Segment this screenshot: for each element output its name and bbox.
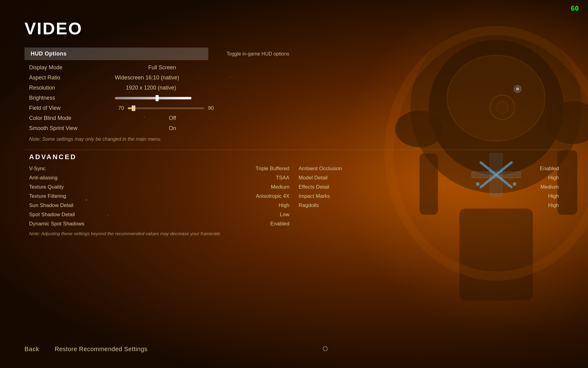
adv-label: Dynamic Spot Shadows [29, 221, 84, 227]
adv-setting-row: Dynamic Spot Shadows Enabled [24, 219, 294, 228]
resolution-row: Resolution 588 x 368 (native) [24, 83, 564, 93]
color-blind-row: Color Blind Mode Off [24, 113, 564, 123]
aspect-ratio-label: Aspect Ratio [29, 75, 115, 81]
note-main-menu: Note: Some settings may only be changed … [24, 133, 564, 145]
adv-setting-row: Texture Filtering Anisotropic 4X [24, 192, 294, 201]
smooth-sprint-value[interactable]: On [115, 125, 176, 132]
display-mode-row: Display Mode Full Screen [24, 63, 564, 73]
brightness-row: Brightness [24, 93, 564, 103]
adv-value[interactable]: Enabled [540, 166, 559, 172]
fov-max: 90 [208, 105, 217, 111]
fov-row: Field of View 70 90 [24, 103, 564, 113]
adv-value[interactable]: High [548, 193, 559, 199]
adv-setting-row: Impact Marks High [294, 192, 564, 201]
adv-label: Anti-aliasing [29, 175, 58, 181]
fov-label: Field of View [29, 105, 115, 111]
adv-setting-row: Ragdolls High [294, 201, 564, 210]
advanced-columns: V-Sync Triple Buffered Anti-aliasing TSA… [24, 164, 564, 228]
fov-slider[interactable] [128, 107, 204, 109]
color-blind-label: Color Blind Mode [29, 115, 115, 121]
adv-label: Impact Marks [299, 193, 330, 199]
adv-value[interactable]: TSAA [276, 175, 289, 181]
adv-label: Spot Shadow Detail [29, 212, 75, 218]
smooth-sprint-row: Smooth Sprint View On [24, 123, 564, 133]
aspect-ratio-value[interactable]: Widescreen 16:10 (native) [115, 75, 179, 81]
adv-value[interactable]: Triple Buffered [255, 166, 289, 172]
adv-value[interactable]: Low [280, 212, 289, 218]
brightness-slider[interactable] [115, 97, 191, 99]
advanced-left-col: V-Sync Triple Buffered Anti-aliasing TSA… [24, 164, 294, 228]
adv-label: Ambient Occlusion [299, 166, 342, 172]
adv-value[interactable]: Enabled [270, 221, 289, 227]
hud-options-button[interactable]: HUD Options [24, 48, 208, 60]
fov-min: 70 [115, 105, 124, 111]
advanced-right-col: Ambient Occlusion Enabled Model Detail H… [294, 164, 564, 228]
fov-thumb[interactable] [132, 105, 135, 111]
adv-setting-row: V-Sync Triple Buffered [24, 164, 294, 173]
adv-label: Sun Shadow Detail [29, 202, 74, 209]
display-mode-label: Display Mode [29, 64, 115, 71]
brightness-label: Brightness [29, 95, 115, 101]
advanced-section: ADVANCED V-Sync Triple Buffered Anti-ali… [24, 153, 564, 228]
resolution-label: Resolution [29, 85, 115, 91]
adv-label: Ragdolls [299, 202, 319, 209]
brightness-thumb[interactable] [156, 95, 159, 101]
fps-counter: 60 [571, 5, 579, 12]
adv-label: Texture Filtering [29, 193, 66, 199]
color-blind-value[interactable]: Off [115, 115, 176, 121]
main-content: VIDEO HUD Options Toggle in-game HUD opt… [0, 0, 588, 368]
adv-setting-row: Effects Detail Medium [294, 182, 564, 192]
adv-setting-row: Anti-aliasing TSAA [24, 173, 294, 182]
divider-advanced [24, 150, 564, 150]
aspect-ratio-row: Aspect Ratio Widescreen 16:10 (native) [24, 73, 564, 83]
hud-options-desc: Toggle in-game HUD options [227, 51, 289, 57]
hud-options-row: HUD Options Toggle in-game HUD options [24, 48, 564, 60]
adv-value[interactable]: Medium [271, 184, 289, 190]
adv-setting-row: Spot Shadow Detail Low [24, 210, 294, 219]
adv-setting-row: Ambient Occlusion Enabled [294, 164, 564, 173]
fov-slider-container: 70 90 [115, 105, 217, 111]
adv-setting-row: Model Detail High [294, 173, 564, 182]
adv-label: Texture Quality [29, 184, 64, 190]
basic-settings: Display Mode Full Screen Aspect Ratio Wi… [24, 63, 564, 133]
adv-value[interactable]: High [548, 175, 559, 181]
adv-label: V-Sync [29, 166, 46, 172]
resolution-value[interactable]: 588 x 368 (native) [115, 85, 176, 91]
fov-fill [128, 107, 132, 109]
adv-setting-row: Texture Quality Medium [24, 182, 294, 192]
adv-label: Model Detail [299, 175, 328, 181]
note-framerate: Note: Adjusting these settings beyond th… [24, 228, 564, 239]
smooth-sprint-label: Smooth Sprint View [29, 125, 115, 132]
adv-value[interactable]: High [279, 202, 289, 209]
advanced-title: ADVANCED [24, 153, 564, 161]
adv-label: Effects Detail [299, 184, 329, 190]
display-mode-value[interactable]: Full Screen [115, 64, 176, 71]
page-title: VIDEO [24, 18, 564, 38]
adv-value[interactable]: Medium [541, 184, 559, 190]
adv-value[interactable]: Anisotropic 4X [256, 193, 289, 199]
adv-setting-row: Sun Shadow Detail High [24, 201, 294, 210]
adv-value[interactable]: High [548, 202, 559, 209]
